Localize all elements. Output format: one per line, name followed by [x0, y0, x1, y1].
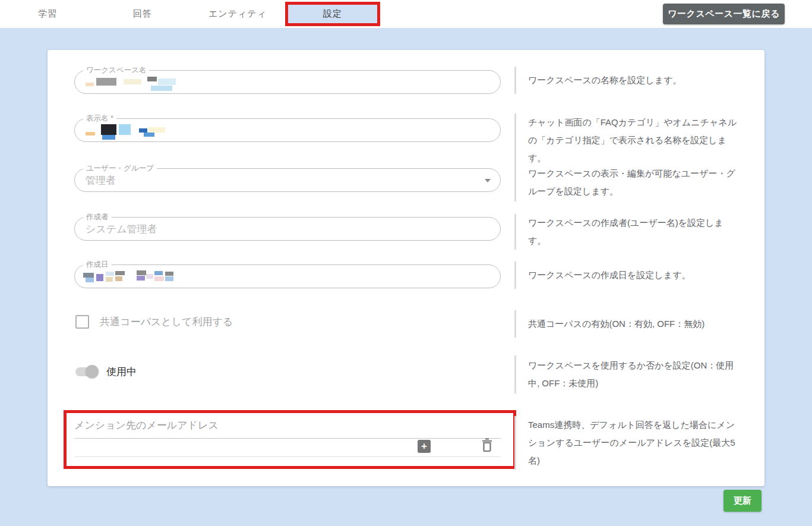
help-mention-email: Teams連携時、デフォルト回答を返した場合にメンションするユーザーのメールアド…	[514, 416, 738, 470]
settings-screen: 学習 回答 エンティティ 設定 ワークスペース一覧に戻る ワークスペース名 ワー…	[0, 0, 812, 526]
tab-learning[interactable]: 学習	[0, 0, 95, 28]
top-tab-bar: 学習 回答 エンティティ 設定 ワークスペース一覧に戻る	[0, 0, 812, 28]
mention-row-divider	[74, 456, 501, 457]
workspace-name-label: ワークスペース名	[83, 65, 149, 75]
user-group-select[interactable]: ユーザー・グループ 管理者	[74, 168, 501, 192]
workspace-name-input[interactable]: ワークスペース名	[74, 70, 501, 94]
tab-nav: 学習 回答 エンティティ 設定	[0, 0, 380, 28]
workspace-name-redacted-value	[83, 74, 202, 91]
help-created-date: ワークスペースの作成日を設定します。	[514, 262, 738, 289]
dropdown-arrow-icon[interactable]	[485, 179, 491, 182]
display-name-input[interactable]: 表示名 *	[74, 118, 501, 142]
help-creator: ワークスペースの作成者(ユーザー名)を設定します。	[514, 214, 738, 250]
tab-learning-label: 学習	[38, 8, 57, 20]
tab-answers-label: 回答	[133, 8, 152, 20]
tab-entities-label: エンティティ	[208, 8, 267, 20]
display-name-redacted-value	[83, 122, 202, 139]
in-use-label: 使用中	[106, 365, 137, 379]
plus-icon: +	[421, 440, 427, 452]
in-use-toggle[interactable]	[75, 367, 97, 376]
help-user-group: ワークスペースの表示・編集が可能なユーザー・グループを設定します。	[514, 163, 738, 201]
update-button[interactable]: 更新	[723, 490, 762, 512]
created-date-redacted-value	[83, 269, 202, 285]
tab-settings-label: 設定	[323, 8, 342, 20]
user-group-value: 管理者	[86, 169, 116, 193]
add-email-button[interactable]: +	[418, 440, 431, 453]
tab-settings[interactable]: 設定	[285, 2, 380, 26]
created-date-label: 作成日	[83, 260, 112, 269]
tab-answers[interactable]: 回答	[95, 0, 190, 28]
tab-entities[interactable]: エンティティ	[190, 0, 285, 28]
mention-email-input-underline[interactable]	[74, 438, 501, 439]
toggle-thumb	[86, 365, 99, 378]
in-use-row: 使用中	[75, 364, 137, 379]
creator-value: システム管理者	[86, 218, 157, 241]
settings-card: ワークスペース名 ワークスペースの名称を設定します。 表示名 *	[48, 50, 764, 486]
common-corpus-checkbox[interactable]	[75, 315, 89, 329]
help-display-name: チャット画面の「FAQカテゴリ」やオムニチャネルの「カテゴリ指定」で表示される名…	[514, 114, 738, 167]
help-workspace-name: ワークスペースの名称を設定します。	[514, 67, 738, 94]
help-in-use: ワークスペースを使用するか否かを設定(ON：使用中, OFF：未使用)	[514, 355, 738, 393]
creator-input[interactable]: 作成者 システム管理者	[74, 217, 501, 241]
back-to-workspace-list-button[interactable]: ワークスペース一覧に戻る	[663, 4, 785, 24]
help-common-corpus: 共通コーパスの有効(ON：有効, OFF：無効)	[514, 310, 738, 338]
delete-email-button[interactable]	[481, 438, 494, 453]
trash-icon	[481, 445, 493, 454]
display-name-label: 表示名 *	[83, 114, 116, 123]
common-corpus-row: 共通コーパスとして利用する	[75, 315, 233, 329]
common-corpus-label: 共通コーパスとして利用する	[100, 315, 233, 329]
mention-email-label: メンション先のメールアドレス	[74, 418, 219, 432]
created-date-input[interactable]: 作成日	[74, 264, 501, 288]
